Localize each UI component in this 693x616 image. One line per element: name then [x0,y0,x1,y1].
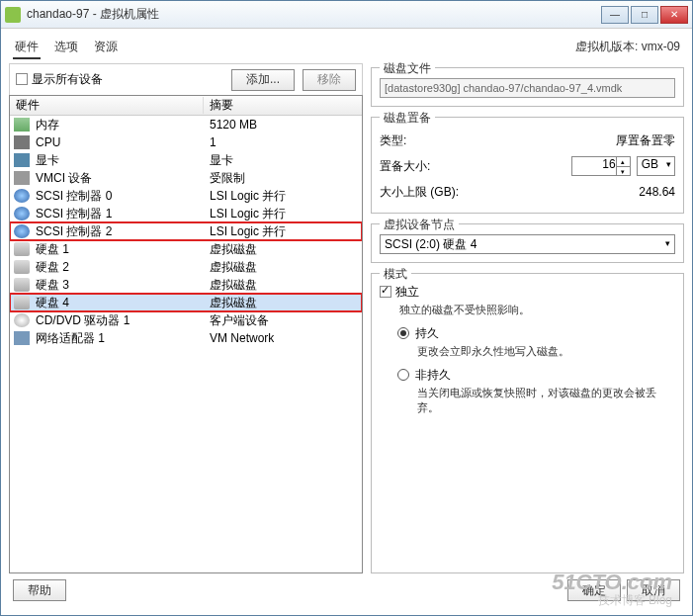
nic-icon [14,331,30,345]
close-button[interactable]: ✕ [660,6,688,24]
node-select[interactable]: SCSI (2:0) 硬盘 4 [380,234,675,254]
maximize-button[interactable]: □ [631,6,658,24]
provision-group: 磁盘置备 类型: 厚置备置零 置备大小: 16▴▾ GB 大小上限 (GB): … [371,117,684,214]
help-button[interactable]: 帮助 [13,579,66,601]
col-hardware[interactable]: 硬件 [10,97,204,114]
cpu-icon [14,135,30,149]
tabs: 硬件 选项 资源 [9,35,575,59]
disk-icon [14,242,30,256]
scsi-icon [14,207,30,220]
disk-icon [14,278,30,292]
remove-button[interactable]: 移除 [303,69,356,91]
mode-group: 模式 独立 独立的磁盘不受快照影响。 持久 更改会立即永久性地写入磁盘。 非持久… [371,273,684,573]
titlebar[interactable]: chandao-97 - 虚拟机属性 — □ ✕ [1,1,692,29]
vm-version-label: 虚拟机版本: vmx-09 [575,39,684,55]
hw-row-disk4[interactable]: 硬盘 4虚拟磁盘 [10,294,362,311]
disk-file-path[interactable]: [datastore930g] chandao-97/chandao-97_4.… [380,78,675,98]
video-icon [14,153,30,167]
hw-row-vmci[interactable]: VMCI 设备受限制 [10,169,362,187]
size-unit-select[interactable]: GB [637,156,675,176]
disk-icon [14,260,30,274]
hw-row-video[interactable]: 显卡显卡 [10,151,362,169]
vmci-icon [14,171,30,185]
hw-row-scsi2[interactable]: SCSI 控制器 2LSI Logic 并行 [10,222,362,240]
hw-row-disk3[interactable]: 硬盘 3虚拟磁盘 [10,276,362,294]
persistent-desc: 更改会立即永久性地写入磁盘。 [417,344,675,359]
max-value: 248.64 [639,185,675,199]
minimize-button[interactable]: — [601,6,629,24]
disk-file-group: 磁盘文件 [datastore930g] chandao-97/chandao-… [371,67,684,107]
app-icon [5,7,21,23]
hardware-list: 硬件 摘要 内存5120 MB CPU1 显卡显卡 VMCI 设备受限制 SCS… [9,95,363,573]
cd-icon [14,313,30,327]
tab-hardware[interactable]: 硬件 [13,37,41,59]
provision-title: 磁盘置备 [380,110,435,127]
independent-desc: 独立的磁盘不受快照影响。 [399,303,675,317]
hw-row-disk1[interactable]: 硬盘 1虚拟磁盘 [10,240,362,258]
tab-options[interactable]: 选项 [52,37,80,59]
disk-file-title: 磁盘文件 [380,60,435,77]
independent-checkbox[interactable]: 独立 [380,284,675,301]
size-spinner[interactable]: ▴▾ [616,157,630,175]
scsi-icon [14,189,30,203]
node-title: 虚拟设备节点 [380,217,459,233]
persistent-radio[interactable]: 持久 [397,325,675,342]
nonpersistent-radio[interactable]: 非持久 [397,367,675,384]
vm-properties-window: chandao-97 - 虚拟机属性 — □ ✕ 硬件 选项 资源 虚拟机版本:… [0,0,693,616]
disk-icon [14,296,30,309]
window-title: chandao-97 - 虚拟机属性 [27,6,601,23]
hw-row-nic[interactable]: 网络适配器 1VM Network [10,329,362,347]
show-all-devices-checkbox[interactable]: 显示所有设备 [16,71,103,88]
hw-row-cdrom[interactable]: CD/DVD 驱动器 1客户端设备 [10,311,362,329]
tab-resources[interactable]: 资源 [92,37,120,59]
hw-row-scsi1[interactable]: SCSI 控制器 1LSI Logic 并行 [10,205,362,222]
hardware-list-header: 硬件 摘要 [10,96,362,116]
hw-row-scsi0[interactable]: SCSI 控制器 0LSI Logic 并行 [10,187,362,205]
ok-button[interactable]: 确定 [567,579,621,601]
type-value: 厚置备置零 [616,132,675,149]
size-label: 置备大小: [380,158,571,175]
hw-row-memory[interactable]: 内存5120 MB [10,116,362,133]
mode-title: 模式 [380,266,411,283]
col-summary[interactable]: 摘要 [204,97,362,114]
add-button[interactable]: 添加... [231,69,295,91]
size-input[interactable]: 16▴▾ [571,156,631,176]
hw-row-disk2[interactable]: 硬盘 2虚拟磁盘 [10,258,362,276]
max-label: 大小上限 (GB): [380,184,639,201]
scsi-icon [14,224,30,238]
nonpersistent-desc: 当关闭电源或恢复快照时，对该磁盘的更改会被丢弃。 [417,386,675,415]
cancel-button[interactable]: 取消 [627,579,680,601]
hw-row-cpu[interactable]: CPU1 [10,133,362,151]
type-label: 类型: [380,132,616,149]
node-group: 虚拟设备节点 SCSI (2:0) 硬盘 4 [371,223,684,263]
memory-icon [14,118,30,132]
